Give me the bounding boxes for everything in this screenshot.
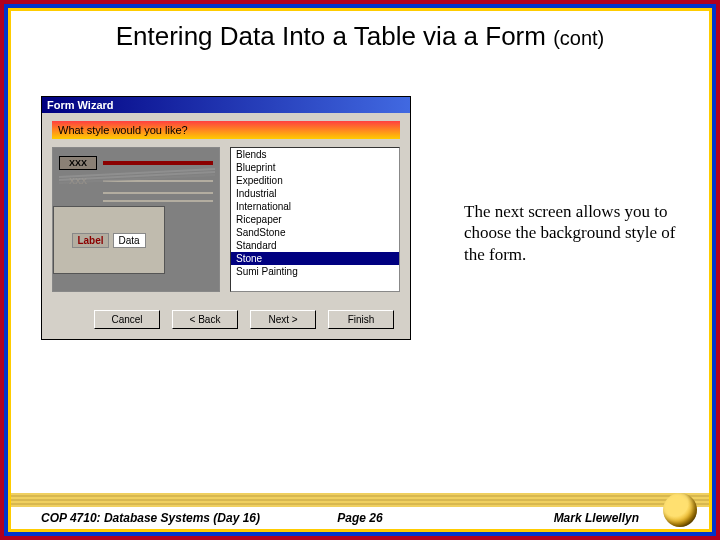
back-button[interactable]: < Back xyxy=(172,310,238,329)
dialog-titlebar: Form Wizard xyxy=(42,97,410,113)
slide-title-main: Entering Data Into a Table via a Form xyxy=(116,21,546,51)
cancel-button[interactable]: Cancel xyxy=(94,310,160,329)
style-option[interactable]: Industrial xyxy=(231,187,399,200)
style-option[interactable]: Stone xyxy=(231,252,399,265)
footer-author: Mark Llewellyn xyxy=(554,511,639,525)
next-button[interactable]: Next > xyxy=(250,310,316,329)
ucf-logo-icon xyxy=(663,493,697,527)
dialog-button-row: Cancel < Back Next > Finish xyxy=(52,310,400,329)
slide-title: Entering Data Into a Table via a Form (c… xyxy=(11,21,709,52)
style-option[interactable]: Standard xyxy=(231,239,399,252)
style-option[interactable]: Blueprint xyxy=(231,161,399,174)
form-wizard-dialog: Form Wizard What style would you like? X… xyxy=(41,96,411,340)
explanation-text: The next screen allows you to choose the… xyxy=(464,201,689,265)
style-preview: XXX XXX Label Data xyxy=(52,147,220,292)
style-option[interactable]: SandStone xyxy=(231,226,399,239)
preview-sample: Label Data xyxy=(53,206,165,274)
footer-decorative-band xyxy=(11,493,709,507)
preview-label-bold: XXX xyxy=(59,156,97,170)
style-option[interactable]: Expedition xyxy=(231,174,399,187)
footer-course: COP 4710: Database Systems (Day 16) xyxy=(41,511,260,525)
dialog-question: What style would you like? xyxy=(52,121,400,139)
style-option[interactable]: International xyxy=(231,200,399,213)
style-option[interactable]: Sumi Painting xyxy=(231,265,399,278)
slide-footer: COP 4710: Database Systems (Day 16) Page… xyxy=(11,507,709,529)
preview-sample-label: Label xyxy=(72,233,108,248)
style-option[interactable]: Ricepaper xyxy=(231,213,399,226)
finish-button[interactable]: Finish xyxy=(328,310,394,329)
preview-sample-data: Data xyxy=(113,233,146,248)
slide-title-cont: (cont) xyxy=(553,27,604,49)
style-option[interactable]: Blends xyxy=(231,148,399,161)
style-listbox[interactable]: BlendsBlueprintExpeditionIndustrialInter… xyxy=(230,147,400,292)
